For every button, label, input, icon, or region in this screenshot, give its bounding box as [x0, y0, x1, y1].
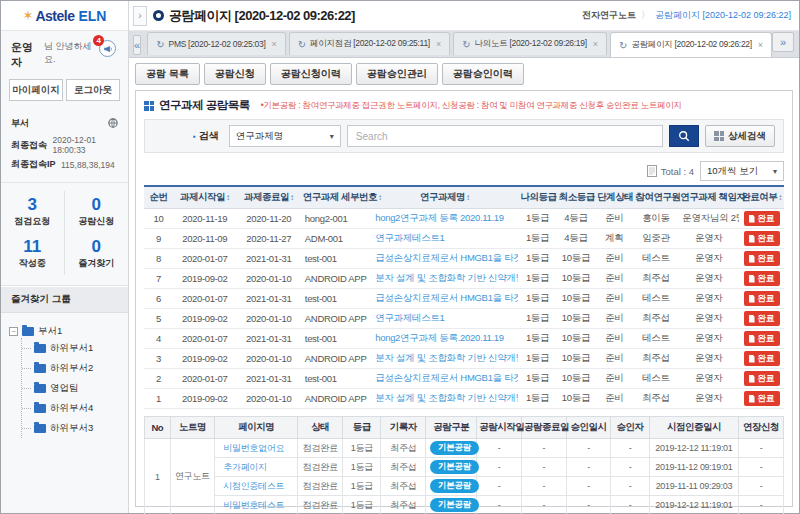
folder-icon	[34, 364, 46, 373]
complete-button[interactable]: 완료	[744, 391, 780, 406]
project-title-link[interactable]: hong2연구과제 등록 2020.11.19	[375, 212, 504, 223]
folder-icon	[34, 404, 46, 413]
refresh-icon[interactable]: ↻	[298, 39, 306, 50]
cell-project-code: test-001	[301, 329, 371, 349]
tab-scroll-left-button[interactable]: «	[133, 35, 141, 55]
project-table-row: 62020-01-072021-01-31test-001급성손상치료제로서 H…	[144, 289, 784, 309]
close-icon[interactable]: ×	[593, 39, 598, 49]
cell-start-date: 2020-01-07	[173, 329, 237, 349]
column-header: No	[145, 417, 171, 439]
advanced-search-button[interactable]: 상세검색	[705, 125, 775, 147]
tab-label: PMS [2020-12-02 09:25:03]	[169, 39, 266, 49]
project-title-link[interactable]: 급성손상치료제로서 HMGB1을 타겟으로 하는 신약 개발	[375, 252, 518, 263]
close-icon[interactable]: ×	[758, 40, 763, 50]
notification-button[interactable]: 4	[99, 40, 118, 58]
tab-item[interactable]: ↻나의노트 [2020-12-02 09:26:19]×	[453, 32, 607, 55]
complete-button[interactable]: 완료	[744, 291, 780, 306]
cell-extension: -	[739, 458, 784, 477]
column-header[interactable]: 연구과제명↕	[371, 186, 518, 209]
toolbar-button[interactable]: 공람신청이력	[270, 63, 352, 85]
column-header: 공람시작일	[477, 417, 522, 439]
tab-scroll-right-button[interactable]: »	[772, 32, 794, 52]
column-header[interactable]: 과제종료일↕	[237, 186, 301, 209]
column-header[interactable]: 과제시작일↕	[173, 186, 237, 209]
cell-end-date: 2021-01-31	[237, 329, 301, 349]
toolbar-button[interactable]: 공람 목록	[135, 63, 200, 85]
stat-in-progress[interactable]: 11 작성중	[1, 233, 65, 275]
tree-child-item[interactable]: 하위부서2	[22, 358, 120, 378]
mypage-button[interactable]: 마이페이지	[9, 79, 63, 101]
tree-root-item[interactable]: − 부서1	[9, 325, 120, 338]
project-title-link[interactable]: 급성손상치료제로서 HMGB1을 타겟	[375, 292, 518, 303]
complete-button[interactable]: 완료	[744, 371, 780, 386]
cell-researcher: 테스트	[634, 369, 679, 389]
tree-child-item[interactable]: 하위부서3	[22, 418, 120, 438]
page-name-link[interactable]: 비밀번호없어요	[223, 443, 284, 453]
last-login-ip-value: 115,88,38,194	[61, 160, 115, 170]
project-title-link[interactable]: 분자 설계 및 조합화학 기반 신약개발	[375, 352, 518, 363]
page-table-row: 시점인증테스트점검완료1등급최주섭기본공람----2019-11-11 09:2…	[145, 477, 784, 496]
complete-button[interactable]: 완료	[744, 211, 780, 226]
close-icon[interactable]: ×	[436, 39, 441, 49]
page-size-select[interactable]: 10개씩 보기 ▾	[700, 161, 784, 181]
page-name-link[interactable]: 추가페이지	[223, 462, 267, 472]
project-title-link[interactable]: 연구과제테스트1	[375, 312, 444, 323]
toolbar-button[interactable]: 공람승인이력	[442, 63, 524, 85]
tab-item[interactable]: ↻페이지점검 [2020-12-02 09:25:11]×	[289, 32, 450, 55]
sidebar-collapse-button[interactable]: ›	[133, 6, 147, 26]
search-field-select[interactable]: 연구과제명 ▾	[229, 125, 341, 147]
cell-approved-at: -	[566, 477, 611, 496]
refresh-icon[interactable]: ↻	[462, 39, 470, 50]
toolbar-button[interactable]: 공람신청	[204, 63, 266, 85]
stat-review-requests[interactable]: 0 공람신청	[65, 191, 129, 233]
tree-child-item[interactable]: 영업팀	[22, 378, 120, 398]
search-panel: ▪ 검색 연구과제명 ▾ 상세검색	[144, 119, 784, 153]
cell-my-grade: 1등급	[518, 269, 556, 289]
project-title-link[interactable]: 분자 설계 및 조합화학 기반 신약개발	[375, 272, 518, 283]
column-header[interactable]: 연구과제 세부번호↕	[301, 186, 371, 209]
cell-grade: 1등급	[343, 458, 381, 477]
project-title-link[interactable]: 연구과제테스트1	[375, 232, 444, 243]
cell-page-name: 비밀번호테스트	[215, 496, 298, 514]
cell-manager: 운영자	[678, 349, 739, 369]
logout-button[interactable]: 로그아웃	[66, 79, 120, 101]
project-title-link[interactable]: 급성손상치료제로서 HMGB1을 타겟으로 하는 신약 개발	[375, 372, 518, 383]
tree-child-item[interactable]: 하위부서4	[22, 398, 120, 418]
sort-icon: ↕	[290, 193, 294, 202]
complete-button[interactable]: 완료	[744, 311, 780, 326]
project-table-row: 82020-01-072021-01-31test-001급성손상치료제로서 H…	[144, 249, 784, 269]
complete-button[interactable]: 완료	[744, 351, 780, 366]
cell-end-date: 2021-01-31	[237, 249, 301, 269]
page-name-link[interactable]: 비밀번호테스트	[223, 500, 284, 510]
stat-favorites[interactable]: 0 즐겨찾기	[65, 233, 129, 275]
cell-approved-at: -	[566, 458, 611, 477]
cell-project-title: 분자 설계 및 조합화학 기반 신약개발	[371, 349, 518, 369]
refresh-icon[interactable]: ↻	[156, 39, 164, 50]
search-button[interactable]	[669, 125, 699, 147]
complete-button[interactable]: 완료	[744, 331, 780, 346]
toolbar-button[interactable]: 공람승인관리	[356, 63, 438, 85]
breadcrumb-root[interactable]: 전자연구노트	[582, 9, 636, 22]
app-logo[interactable]: ✶ Astele ELN	[1, 1, 128, 31]
project-title-link[interactable]: 분자 설계 및 조합화학 기반 신약개발	[375, 392, 518, 403]
tree-child-item[interactable]: 하위부서1	[22, 338, 120, 358]
tab-active[interactable]: ↻공람페이지 [2020-12-02 09:26:22]×	[610, 32, 772, 57]
stat-check-requests[interactable]: 3 점검요청	[1, 191, 65, 233]
column-header[interactable]: 완료여부↕	[739, 186, 784, 209]
cell-start-date: 2019-09-02	[173, 349, 237, 369]
complete-button[interactable]: 완료	[744, 271, 780, 286]
refresh-icon[interactable]: ↻	[619, 40, 627, 51]
complete-button[interactable]: 완료	[744, 251, 780, 266]
project-title-link[interactable]: hong2연구과제 등록.2020.11.19	[375, 332, 504, 343]
column-header[interactable]: 단계상태↕	[595, 186, 633, 209]
tree-expand-icon[interactable]: −	[9, 327, 18, 336]
cell-my-grade: 1등급	[518, 209, 556, 229]
close-icon[interactable]: ×	[271, 39, 276, 49]
page-name-link[interactable]: 시점인증테스트	[223, 481, 284, 491]
search-input[interactable]	[347, 125, 663, 147]
tab-item[interactable]: ↻PMS [2020-12-02 09:25:03]×	[147, 32, 286, 55]
cell-start-date: 2020-01-07	[173, 369, 237, 389]
project-table-row: 72019-09-022020-01-10ANDROID APP분자 설계 및 …	[144, 269, 784, 289]
cell-complete: 완료	[739, 309, 784, 329]
complete-button[interactable]: 완료	[744, 231, 780, 246]
